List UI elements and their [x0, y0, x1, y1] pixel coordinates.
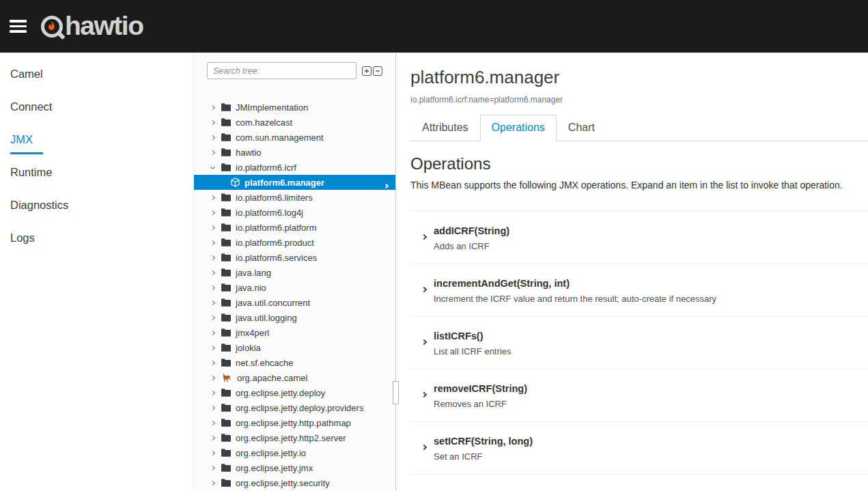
- tree-node-org.eclipse.jetty.security[interactable]: org.eclipse.jetty.security: [194, 475, 395, 490]
- tree-node-label: java.util.concurrent: [236, 298, 310, 308]
- chevron-right-icon: [208, 451, 217, 455]
- operations-heading: Operations: [410, 154, 868, 173]
- sidebar-item-diagnostics[interactable]: Diagnostics: [0, 188, 193, 221]
- tree-node-label: io.platform6.limiters: [236, 193, 313, 203]
- chevron-right-icon: [208, 481, 217, 485]
- tree-node-jolokia[interactable]: jolokia: [194, 340, 395, 355]
- chevron-right-icon: [208, 331, 217, 335]
- chevron-right-icon: [208, 406, 217, 410]
- tree-node-java.lang[interactable]: java.lang: [194, 265, 395, 280]
- chevron-right-icon: [422, 335, 426, 347]
- tree-node-label: org.eclipse.jetty.jmx: [236, 463, 313, 473]
- tree-node-io.platform6.limiters[interactable]: io.platform6.limiters: [194, 190, 395, 205]
- chevron-right-icon: [208, 466, 217, 470]
- tree-node-org.eclipse.jetty.jmx[interactable]: org.eclipse.jetty.jmx: [194, 460, 395, 475]
- operation-row-listicrfs-[interactable]: listICRFs()List all ICRF entries: [410, 316, 868, 369]
- sidebar-item-label: Diagnostics: [10, 199, 68, 212]
- sidebar-item-logs[interactable]: Logs: [0, 221, 193, 254]
- folder-icon: [221, 404, 231, 412]
- tree-node-org.eclipse.jetty.http.pathmap[interactable]: org.eclipse.jetty.http.pathmap: [194, 415, 395, 430]
- sidebar-item-camel[interactable]: Camel: [0, 57, 193, 90]
- tree-node-org.eclipse.jetty.deploy.providers[interactable]: org.eclipse.jetty.deploy.providers: [194, 400, 395, 415]
- sidebar-item-label: Runtime: [10, 166, 52, 179]
- chevron-right-icon: [208, 196, 217, 199]
- sidebar-item-label: JMX: [10, 133, 43, 154]
- tree-node-label: hawtio: [236, 148, 262, 158]
- folder-icon: [221, 268, 231, 277]
- sidebar-item-connect[interactable]: Connect: [0, 90, 193, 123]
- tree-node-org.apache.camel[interactable]: org.apache.camel: [194, 370, 395, 385]
- chevron-right-icon: [208, 106, 217, 109]
- chevron-right-icon: [208, 286, 217, 290]
- folder-icon: [221, 434, 231, 442]
- operation-description: Removes an ICRF: [434, 399, 868, 409]
- tree-node-net.sf.ehcache[interactable]: net.sf.ehcache: [194, 355, 395, 370]
- tree-node-hawtio[interactable]: hawtio: [194, 145, 395, 160]
- sidebar-item-label: Camel: [10, 68, 43, 81]
- folder-icon: [221, 313, 231, 322]
- sidebar-item-label: Logs: [10, 232, 35, 244]
- tree-node-io.platform6.product[interactable]: io.platform6.product: [194, 235, 395, 250]
- chevron-right-icon: [208, 241, 217, 244]
- tree-node-org.eclipse.jetty.http2.server[interactable]: org.eclipse.jetty.http2.server: [194, 430, 395, 445]
- chevron-right-icon: [208, 271, 217, 275]
- chevron-right-icon: [422, 229, 426, 242]
- tree-node-com.sun.management[interactable]: com.sun.management: [194, 130, 395, 145]
- tree-node-jmx4perl[interactable]: jmx4perl: [194, 325, 395, 340]
- folder-icon: [221, 118, 231, 126]
- jmx-tree: JMImplementationcom.hazelcastcom.sun.man…: [194, 100, 395, 490]
- collapse-all-icon[interactable]: [373, 66, 382, 76]
- tree-node-org.eclipse.jetty.io[interactable]: org.eclipse.jetty.io: [194, 445, 395, 460]
- operation-row-removeicrf-string-[interactable]: removeICRF(String)Removes an ICRF: [410, 369, 868, 421]
- folder-icon: [221, 238, 231, 247]
- expand-all-icon[interactable]: [362, 66, 372, 76]
- folder-icon: [221, 389, 231, 397]
- tree-node-java.nio[interactable]: java.nio: [194, 280, 395, 295]
- operation-row-addicrf-string-[interactable]: addICRF(String)Adds an ICRF: [410, 211, 868, 264]
- tree-scrollbar-thumb[interactable]: [393, 381, 399, 404]
- operation-name: listICRFs(): [434, 331, 868, 342]
- sidebar-item-runtime[interactable]: Runtime: [0, 156, 193, 188]
- sidebar-nav: CamelConnectJMXRuntimeDiagnosticsLogs: [0, 53, 193, 491]
- logo-text: hawtio: [65, 12, 143, 39]
- operation-row-seticrf-string-long-[interactable]: setICRF(String, long)Set an ICRF: [410, 421, 868, 474]
- tree-node-java.util.concurrent[interactable]: java.util.concurrent: [194, 295, 395, 310]
- folder-icon: [221, 223, 231, 232]
- hamburger-menu-icon[interactable]: [10, 17, 27, 36]
- folder-icon: [221, 464, 231, 472]
- tree-node-org.eclipse.jetty.deploy[interactable]: org.eclipse.jetty.deploy: [194, 385, 395, 400]
- folder-icon: [221, 163, 231, 171]
- tree-node-io.platform6.log4j[interactable]: io.platform6.log4j: [194, 205, 395, 220]
- folder-icon: [221, 283, 231, 292]
- chevron-right-icon: [208, 361, 217, 365]
- tab-attributes[interactable]: Attributes: [410, 115, 480, 141]
- tree-node-io.platform6.icrf[interactable]: io.platform6.icrf: [194, 160, 395, 175]
- tree-node-label: java.util.logging: [236, 313, 297, 323]
- tree-node-io.platform6.services[interactable]: io.platform6.services: [194, 250, 395, 265]
- tree-node-label: org.apache.camel: [237, 373, 307, 383]
- tab-operations[interactable]: Operations: [480, 115, 557, 141]
- folder-icon: [221, 298, 231, 307]
- chevron-right-icon: [422, 387, 426, 399]
- tree-node-com.hazelcast[interactable]: com.hazelcast: [194, 115, 395, 130]
- tree-node-platform6.manager[interactable]: platform6.manager: [194, 175, 395, 190]
- tree-node-io.platform6.platform[interactable]: io.platform6.platform: [194, 220, 395, 235]
- tree-node-java.util.logging[interactable]: java.util.logging: [194, 310, 395, 325]
- tree-panel: JMImplementationcom.hazelcastcom.sun.man…: [193, 53, 396, 491]
- chevron-right-icon: [208, 301, 217, 305]
- chevron-right-icon: [208, 136, 217, 139]
- tree-node-label: net.sf.ehcache: [236, 358, 294, 368]
- operation-row-incrementandget-string-int-[interactable]: incrementAndGet(String, int)Increment th…: [410, 264, 868, 316]
- operation-description: Set an ICRF: [434, 451, 868, 462]
- chevron-right-icon: [208, 151, 217, 154]
- tree-node-label: java.lang: [236, 268, 271, 278]
- tree-node-JMImplementation[interactable]: JMImplementation: [194, 100, 395, 115]
- hawtio-logo[interactable]: hawtio: [41, 14, 143, 39]
- tree-node-label: org.eclipse.jetty.deploy: [236, 388, 325, 398]
- sidebar-item-jmx[interactable]: JMX: [0, 123, 193, 156]
- tree-node-label: org.eclipse.jetty.deploy.providers: [236, 403, 363, 413]
- tree-node-label: org.eclipse.jetty.http.pathmap: [236, 418, 351, 428]
- tree-search-input[interactable]: [207, 62, 356, 79]
- tab-chart[interactable]: Chart: [557, 115, 606, 141]
- operation-description: Adds an ICRF: [434, 241, 868, 251]
